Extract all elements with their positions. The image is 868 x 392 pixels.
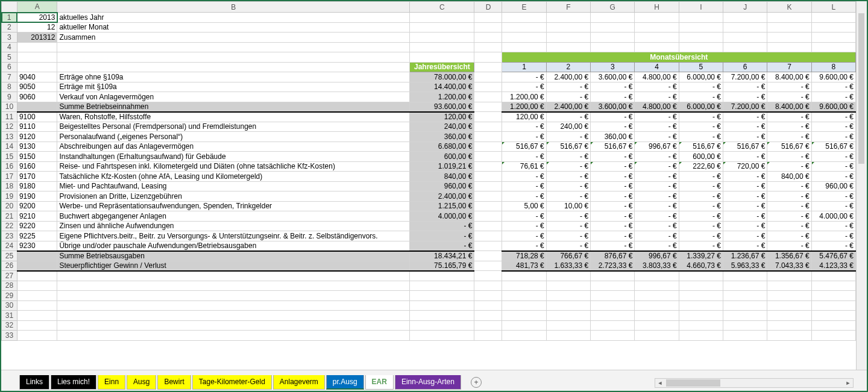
cell[interactable]	[474, 22, 502, 33]
month-value-cell[interactable]: 222,60 €	[679, 161, 723, 172]
month-value-cell[interactable]: 3.803,33 €	[635, 261, 679, 271]
cell[interactable]	[17, 271, 57, 281]
cell[interactable]	[811, 13, 855, 23]
cell[interactable]	[410, 320, 474, 331]
month-value-cell[interactable]: 4.800,00 €	[635, 102, 679, 112]
cell[interactable]	[591, 33, 635, 43]
month-value-cell[interactable]: - €	[723, 92, 767, 102]
month-value-cell[interactable]: - €	[502, 72, 546, 82]
description-cell[interactable]: Provisionen an Dritte, Lizenzgebühren	[57, 191, 410, 202]
hscroll-thumb[interactable]	[666, 379, 720, 387]
cell[interactable]	[410, 13, 474, 23]
cell[interactable]	[723, 271, 767, 281]
code-cell[interactable]	[17, 251, 57, 261]
column-header-H[interactable]: H	[635, 2, 679, 13]
description-cell[interactable]: Buchwert abgegangener Anlagen	[57, 211, 410, 222]
code-cell[interactable]: 9120	[17, 132, 57, 142]
year-total-cell[interactable]: 93.600,00 €	[410, 102, 474, 112]
cell[interactable]	[723, 13, 767, 23]
code-cell[interactable]: 9110	[17, 122, 57, 132]
cell[interactable]	[635, 42, 679, 52]
month-value-cell[interactable]: - €	[811, 231, 855, 241]
cell[interactable]	[410, 52, 474, 63]
code-cell[interactable]: 9190	[17, 191, 57, 202]
cell[interactable]	[546, 291, 590, 301]
cell[interactable]	[17, 62, 57, 72]
cell[interactable]	[591, 42, 635, 52]
description-cell[interactable]: Miet- und Pachtaufwand, Leasing	[57, 181, 410, 191]
cell[interactable]	[502, 311, 546, 321]
month-value-cell[interactable]: - €	[635, 82, 679, 92]
year-overview-header[interactable]: Jahresübersicht	[410, 62, 474, 72]
month-value-cell[interactable]: - €	[502, 231, 546, 241]
row-header[interactable]: 28	[2, 281, 17, 291]
row-header[interactable]: 19	[2, 191, 17, 202]
month-value-cell[interactable]: - €	[591, 122, 635, 132]
code-cell[interactable]: 9220	[17, 221, 57, 231]
code-cell[interactable]: 9100	[17, 112, 57, 122]
month-value-cell[interactable]: 3.600,00 €	[591, 72, 635, 82]
cell[interactable]	[767, 42, 811, 52]
month-value-cell[interactable]: - €	[546, 172, 590, 182]
month-value-cell[interactable]: 718,28 €	[502, 251, 546, 261]
month-value-cell[interactable]: - €	[811, 201, 855, 211]
month-value-cell[interactable]: - €	[591, 231, 635, 241]
row-header[interactable]: 30	[2, 300, 17, 311]
cell-B3[interactable]: Zusammen	[57, 33, 410, 43]
month-value-cell[interactable]: - €	[546, 221, 590, 231]
cell[interactable]	[57, 331, 410, 341]
sheet-tab-bewirt[interactable]: Bewirt	[157, 375, 190, 390]
cell[interactable]	[811, 320, 855, 331]
code-cell[interactable]: 9050	[17, 82, 57, 92]
description-cell[interactable]: Reise- und Fahrtspesen inkl. Kilometerge…	[57, 161, 410, 172]
column-header-F[interactable]: F	[546, 2, 590, 13]
cell[interactable]	[502, 13, 546, 23]
month-value-cell[interactable]: - €	[502, 132, 546, 142]
cell[interactable]	[679, 22, 723, 33]
cell[interactable]	[474, 231, 502, 241]
month-value-cell[interactable]: - €	[635, 201, 679, 211]
column-header-E[interactable]: E	[502, 2, 546, 13]
cell[interactable]	[546, 42, 590, 52]
cell[interactable]	[767, 311, 811, 321]
month-value-cell[interactable]: - €	[591, 152, 635, 162]
month-value-cell[interactable]: 516,67 €	[811, 142, 855, 152]
sheet-tab-links[interactable]: Links	[19, 375, 49, 390]
cell[interactable]	[591, 271, 635, 281]
description-cell[interactable]: Instandhaltungen (Erhaltungsaufwand) für…	[57, 152, 410, 162]
row-header[interactable]: 1	[2, 13, 17, 23]
cell[interactable]	[474, 172, 502, 182]
cell[interactable]	[767, 320, 811, 331]
cell[interactable]	[767, 291, 811, 301]
cell[interactable]	[17, 300, 57, 311]
month-value-cell[interactable]: - €	[635, 221, 679, 231]
row-header[interactable]: 15	[2, 152, 17, 162]
cell[interactable]	[474, 271, 502, 281]
month-value-cell[interactable]: - €	[502, 211, 546, 222]
month-value-cell[interactable]: - €	[546, 181, 590, 191]
column-header-A[interactable]: A	[17, 2, 57, 13]
select-all-cell[interactable]	[2, 2, 17, 13]
cell[interactable]	[17, 320, 57, 331]
month-value-cell[interactable]: - €	[591, 161, 635, 172]
cell[interactable]	[679, 42, 723, 52]
row-header[interactable]: 11	[2, 112, 17, 122]
month-value-cell[interactable]: - €	[502, 122, 546, 132]
year-total-cell[interactable]: 75.165,79 €	[410, 261, 474, 271]
cell[interactable]	[474, 211, 502, 222]
code-cell[interactable]: 9150	[17, 152, 57, 162]
vertical-scrollbar[interactable]	[856, 1, 867, 370]
month-value-cell[interactable]: - €	[723, 181, 767, 191]
month-value-cell[interactable]: - €	[546, 112, 590, 122]
code-cell[interactable]: 9040	[17, 72, 57, 82]
cell[interactable]	[474, 221, 502, 231]
cell[interactable]	[502, 22, 546, 33]
row-header[interactable]: 4	[2, 42, 17, 52]
year-total-cell[interactable]: 1.019,21 €	[410, 161, 474, 172]
row-header[interactable]: 16	[2, 161, 17, 172]
month-value-cell[interactable]: - €	[767, 201, 811, 211]
cell[interactable]	[767, 271, 811, 281]
cell[interactable]	[474, 72, 502, 82]
cell[interactable]	[811, 281, 855, 291]
month-value-cell[interactable]: - €	[767, 152, 811, 162]
